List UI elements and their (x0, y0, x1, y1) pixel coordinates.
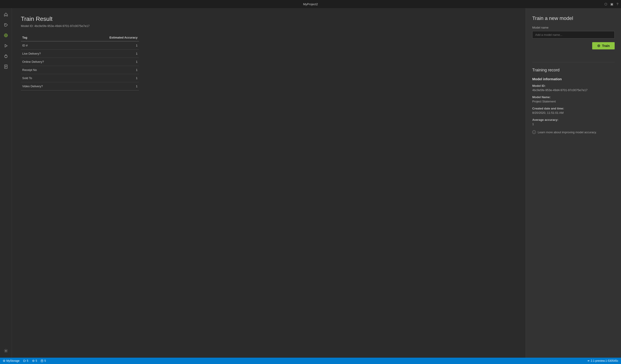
tag-cell: Receipt No (21, 66, 73, 74)
avg-accuracy-field: Average accuracy: 1 (532, 118, 615, 126)
statusbar-tags: 5 (23, 359, 28, 363)
tags-count: 5 (27, 359, 28, 363)
divider (532, 62, 615, 62)
training-record-title: Training record (532, 68, 615, 73)
images-status-icon (32, 360, 35, 362)
created-field-label: Created date and time: (532, 107, 615, 110)
table-row: Video Delivery? 1 (21, 82, 139, 90)
model-name-input[interactable] (532, 31, 615, 39)
avg-accuracy-label: Average accuracy: (532, 118, 615, 122)
tag-status-icon (23, 360, 26, 362)
info-icon: i (532, 130, 536, 134)
model-id-field-label: Model ID: (532, 84, 615, 87)
tag-cell: Online Delivery? (21, 58, 73, 66)
statusbar-docs: 5 (41, 359, 46, 363)
content-area: Train Result Model ID: 4bc9e5fe-953e-49d… (12, 8, 621, 358)
table-row: Receipt No 1 (21, 66, 139, 74)
train-button-label: Train (602, 44, 610, 47)
tag-cell: ID # (21, 41, 73, 50)
accuracy-cell: 1 (73, 50, 139, 58)
model-id-field: Model ID: 4bc9e5fe-953e-49d4-9701-97c007… (532, 84, 615, 92)
branch-icon (3, 360, 5, 362)
svg-point-16 (4, 361, 4, 362)
svg-point-0 (5, 24, 6, 25)
results-table: Tag Estimated Accuracy ID # 1 Live Deliv… (21, 34, 139, 90)
app-title: MyProject2 (303, 2, 318, 6)
learn-more-text: Learn more about improving model accurac… (538, 130, 597, 134)
sidebar-item-run[interactable] (1, 41, 10, 50)
sidebar (0, 8, 12, 358)
sidebar-item-active-learning[interactable] (1, 52, 10, 61)
layout-icon[interactable]: ▣ (610, 2, 613, 6)
sidebar-item-documents[interactable] (1, 62, 10, 71)
model-info-title: Model information (532, 77, 615, 81)
col-accuracy: Estimated Accuracy (73, 34, 139, 41)
svg-point-1 (4, 34, 7, 37)
svg-point-19 (33, 361, 34, 361)
statusbar-images: 5 (32, 359, 37, 363)
avg-accuracy-value: 1 (532, 122, 615, 126)
created-field: Created date and time: 8/20/2020, 11:51:… (532, 107, 615, 114)
model-name-field-value: Project Statement (532, 100, 615, 103)
docs-count: 5 (44, 359, 46, 363)
sidebar-item-settings[interactable] (1, 346, 10, 355)
svg-point-2 (5, 35, 7, 36)
storage-name: MyStorage (6, 359, 19, 363)
titlebar: MyProject2 ⬡ ▣ ? (0, 0, 621, 8)
col-tag: Tag (21, 34, 73, 41)
share-icon[interactable]: ⬡ (604, 2, 607, 6)
train-icon (597, 44, 600, 47)
accuracy-cell: 1 (73, 66, 139, 74)
model-id-field-value: 4bc9e5fe-953e-49d4-9701-97c0075e7e17 (532, 88, 615, 92)
tag-cell: Live Delivery? (21, 50, 73, 58)
table-row: ID # 1 (21, 41, 139, 50)
help-icon[interactable]: ? (617, 2, 618, 6)
titlebar-actions: ⬡ ▣ ? (604, 2, 618, 6)
version-icon (587, 360, 590, 362)
sidebar-item-tag[interactable] (1, 20, 10, 30)
svg-point-11 (5, 350, 6, 351)
tag-cell: Sold To (21, 74, 73, 82)
accuracy-cell: 1 (73, 58, 139, 66)
learn-more-link[interactable]: i Learn more about improving model accur… (532, 130, 615, 134)
train-button[interactable]: Train (592, 42, 615, 49)
accuracy-cell: 1 (73, 82, 139, 90)
table-row: Sold To 1 (21, 74, 139, 82)
table-row: Online Delivery? 1 (21, 58, 139, 66)
app-body: Train Result Model ID: 4bc9e5fe-953e-49d… (0, 8, 621, 358)
model-id-line: Model ID: 4bc9e5fe-953e-49d4-9701-97c007… (21, 24, 517, 28)
version-text: 2.1-preview.1-530545c (591, 359, 618, 363)
svg-point-13 (598, 45, 599, 46)
train-section-title: Train a new model (532, 16, 615, 21)
main-panel: Train Result Model ID: 4bc9e5fe-953e-49d… (12, 8, 526, 358)
page-title: Train Result (21, 16, 517, 22)
images-count: 5 (36, 359, 37, 363)
sidebar-item-home[interactable] (1, 10, 10, 19)
accuracy-cell: 1 (73, 41, 139, 50)
tag-cell: Video Delivery? (21, 82, 73, 90)
right-panel: Train a new model Model name Train Train… (526, 8, 621, 358)
svg-point-15 (4, 360, 4, 361)
model-name-label: Model name (532, 26, 615, 29)
sidebar-item-train[interactable] (1, 31, 10, 40)
statusbar: MyStorage 5 5 5 2.1-preview.1-530545c (0, 358, 621, 364)
statusbar-version: 2.1-preview.1-530545c (587, 359, 618, 363)
model-name-field-label: Model Name: (532, 95, 615, 99)
svg-point-12 (598, 45, 600, 47)
docs-status-icon (41, 360, 43, 362)
table-row: Live Delivery? 1 (21, 50, 139, 58)
statusbar-storage: MyStorage (3, 359, 19, 363)
model-name-field: Model Name: Project Statement (532, 95, 615, 103)
created-field-value: 8/20/2020, 11:51:01 AM (532, 111, 615, 114)
accuracy-cell: 1 (73, 74, 139, 82)
